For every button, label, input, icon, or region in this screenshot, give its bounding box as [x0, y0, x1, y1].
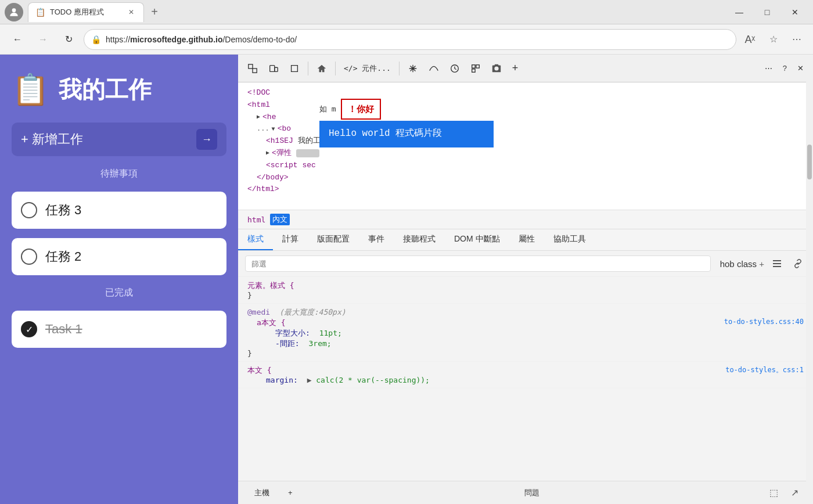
- devtools-scrollbar[interactable]: [806, 55, 813, 504]
- task-item-1[interactable]: ✓ Task 1: [12, 311, 226, 348]
- task-text-3: 任務 3: [45, 201, 81, 219]
- media-query-comment: (最大寬度:450px): [279, 308, 346, 316]
- memory-button[interactable]: [445, 58, 465, 79]
- task-checkbox-1[interactable]: ✓: [21, 321, 37, 337]
- tab-attributes[interactable]: 屬性: [509, 229, 544, 250]
- minimize-button[interactable]: —: [726, 3, 753, 21]
- add-console-button[interactable]: +: [281, 486, 300, 499]
- tab-accessibility[interactable]: 協助工具: [544, 229, 595, 250]
- help-button[interactable]: ?: [778, 58, 792, 79]
- scrollbar-thumb[interactable]: [807, 145, 812, 179]
- html-line-doctype: <!DOC: [247, 87, 799, 99]
- back-button[interactable]: ←: [7, 29, 28, 50]
- h1-tag: <h1SEJ: [266, 135, 293, 147]
- screenshot-button[interactable]: [487, 58, 506, 79]
- title-bar: 📋 TODO 應用程式 ✕ + — □ ✕: [0, 0, 813, 24]
- snippet-dropdown-item[interactable]: Hello world 程式碼片段: [319, 121, 494, 147]
- html-close-tag: </html>: [247, 183, 279, 196]
- styles-filter-input[interactable]: [245, 255, 711, 272]
- dock-icon[interactable]: ⬚: [764, 484, 783, 502]
- tab-favicon: 📋: [35, 8, 45, 17]
- sources-panel-button[interactable]: [285, 58, 304, 79]
- device-emulation-button[interactable]: [264, 58, 283, 79]
- host-button[interactable]: 主機: [247, 485, 276, 501]
- browser-window: 📋 TODO 應用程式 ✕ + — □ ✕ ← → ↻ 🔒 https://mi…: [0, 0, 813, 504]
- network-button[interactable]: [403, 58, 423, 79]
- task-text-1: Task 1: [45, 322, 82, 337]
- home-button[interactable]: [312, 58, 332, 79]
- application-button[interactable]: [466, 58, 485, 79]
- maximize-button[interactable]: □: [754, 3, 780, 21]
- more-indicator: ...: [257, 124, 269, 135]
- performance-button[interactable]: [424, 58, 444, 79]
- close-button[interactable]: ✕: [782, 3, 808, 21]
- tab-dom-breakpoints[interactable]: DOM 中斷點: [445, 229, 509, 250]
- svg-point-0: [12, 8, 16, 12]
- devtools-tabs-bar: 樣式 計算 版面配置 事件 接聽程式 DOM 中斷點 屬性 協助工具: [238, 229, 813, 251]
- prop-name-spacing: -間距:: [266, 339, 300, 348]
- url-text: https://microsoftedge.github.io/Demos/de…: [106, 35, 729, 44]
- svg-rect-4: [275, 67, 278, 71]
- div-expand-icon[interactable]: ▶: [266, 149, 269, 158]
- task-item-2[interactable]: 任務 2: [12, 238, 226, 275]
- styles-link-icon[interactable]: [790, 255, 806, 272]
- task-checkbox-3[interactable]: [21, 202, 37, 218]
- style-link-40[interactable]: to-do-styles.css:40: [724, 318, 804, 326]
- body-selector-text: 本文 {: [247, 366, 272, 375]
- read-aloud-button[interactable]: Aᵡ: [741, 30, 760, 49]
- task-checkbox-2[interactable]: [21, 249, 37, 265]
- dom-breadcrumb: html 內文: [238, 210, 813, 229]
- svg-rect-7: [476, 64, 479, 67]
- rule-closing-element: }: [247, 291, 804, 300]
- snippet-input-box[interactable]: ！你好: [341, 99, 381, 120]
- tab-bar: 📋 TODO 應用程式 ✕ +: [28, 2, 724, 22]
- add-task-button[interactable]: + 新增工作 →: [12, 123, 226, 156]
- open-in-new-icon[interactable]: ↗: [785, 484, 804, 502]
- active-tab[interactable]: 📋 TODO 應用程式 ✕: [28, 2, 144, 22]
- tab-listeners[interactable]: 接聽程式: [394, 229, 445, 250]
- tab-events[interactable]: 事件: [359, 229, 394, 250]
- add-tool-button[interactable]: +: [508, 58, 523, 79]
- tab-close-button[interactable]: ✕: [126, 7, 136, 17]
- devtools-toolbar: </> 元件... + ⋯: [238, 55, 813, 82]
- issues-button[interactable]: 問題: [517, 485, 546, 501]
- inspect-element-button[interactable]: [243, 58, 262, 79]
- div-tag: <彈性: [272, 147, 292, 160]
- rule-prop-fontsize: 字型大小: 11pt;: [247, 328, 804, 339]
- more-tools-button[interactable]: ⋯: [760, 58, 777, 79]
- svg-rect-10: [773, 263, 781, 264]
- html-line-div: ▶ <彈性: [247, 147, 799, 160]
- svg-rect-8: [472, 69, 474, 71]
- breadcrumb-body-active[interactable]: 內文: [270, 214, 290, 225]
- more-button[interactable]: ⋯: [787, 30, 806, 49]
- html-line-script: <script sec: [247, 160, 799, 172]
- style-link-body[interactable]: to-do-styles。css:1: [725, 365, 804, 375]
- favorites-button[interactable]: ☆: [764, 30, 783, 49]
- head-expand-icon[interactable]: ▶: [257, 113, 260, 122]
- expand-calc-icon[interactable]: ▶: [307, 376, 312, 384]
- brace-close: }: [247, 291, 252, 300]
- breadcrumb-html[interactable]: html: [247, 215, 265, 224]
- refresh-button[interactable]: ↻: [58, 29, 79, 50]
- task-item-3[interactable]: 任務 3: [12, 192, 226, 229]
- prop-value-fontsize: 11pt;: [319, 329, 342, 337]
- todo-header: 📋 我的工作: [12, 66, 226, 113]
- todo-app-title: 我的工作: [59, 74, 152, 106]
- body-expand-icon[interactable]: ▼: [272, 125, 275, 134]
- html-line-body-close: </body>: [247, 172, 799, 184]
- rule-body-margin: margin: ▶ calc(2 * var(--spacing));: [247, 376, 804, 384]
- tab-computed[interactable]: 計算: [273, 229, 308, 250]
- profile-icon[interactable]: [5, 3, 23, 21]
- elements-panel-button[interactable]: </> 元件...: [339, 58, 395, 79]
- tab-styles[interactable]: 樣式: [238, 229, 273, 250]
- address-bar[interactable]: 🔒 https://microsoftedge.github.io/Demos/…: [84, 29, 736, 50]
- todo-app-panel: 📋 我的工作 + 新增工作 → 待辦事項 任務 3 任務 2 已完成 ✓ Tas…: [0, 55, 238, 504]
- new-tab-button[interactable]: +: [145, 3, 164, 21]
- styles-settings-icon[interactable]: [769, 255, 785, 272]
- nav-bar: ← → ↻ 🔒 https://microsoftedge.github.io/…: [0, 24, 813, 55]
- svg-rect-11: [773, 266, 781, 267]
- add-task-label: + 新增工作: [21, 131, 83, 148]
- forward-button[interactable]: →: [33, 29, 53, 50]
- tab-layout[interactable]: 版面配置: [308, 229, 359, 250]
- bottom-center: 問題: [304, 485, 760, 501]
